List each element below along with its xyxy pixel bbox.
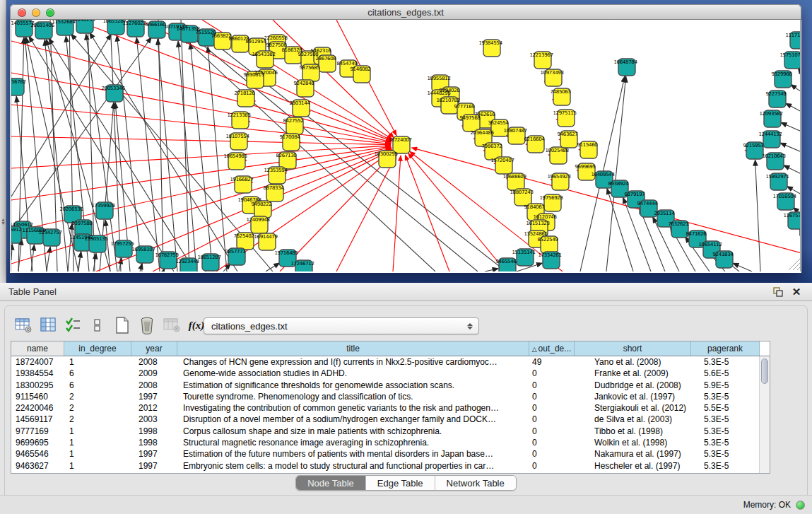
table-cell[interactable]: 22420046 <box>11 402 64 414</box>
select-columns-button[interactable] <box>62 315 83 335</box>
table-cell[interactable]: 2 <box>64 391 131 402</box>
table-cell[interactable]: 0 <box>529 426 575 437</box>
table-row[interactable]: 946554611997Estimation of the future num… <box>11 448 770 460</box>
table-cell[interactable]: Corpus callosum shape and size in male p… <box>177 426 529 437</box>
table-row[interactable]: 946362711997Embryonic stem cells: a mode… <box>11 460 770 472</box>
table-cell[interactable]: 9465546 <box>11 448 64 460</box>
table-cell[interactable]: 9777169 <box>11 426 64 437</box>
table-cell[interactable]: Stergiakouli et al. (2012) <box>575 402 691 414</box>
network-canvas[interactable]: 1403557220691406115326841614829510653287… <box>11 20 801 271</box>
table-cell[interactable]: Structural magnetic resonance image aver… <box>177 437 529 448</box>
table-cell[interactable]: 5.9E-5 <box>691 380 760 391</box>
table-row[interactable]: 1456911722003Disruption of a novel membe… <box>11 414 770 425</box>
citation-network-graph[interactable]: 1403557220691406115326841614829510653287… <box>11 20 801 271</box>
table-cell[interactable]: Yano et al. (2008) <box>575 356 691 368</box>
table-row[interactable]: 1938455462009Genome-wide association stu… <box>11 368 770 379</box>
network-view-window[interactable]: citations_edges.txt 1403557220 <box>10 4 801 273</box>
delete-column-button[interactable] <box>161 315 182 335</box>
column-header-out_de[interactable]: △out_de... <box>529 341 575 356</box>
table-cell[interactable]: 9463627 <box>11 460 64 472</box>
table-settings-button[interactable] <box>13 315 34 335</box>
table-cell[interactable]: 5.3E-5 <box>691 391 760 402</box>
zoom-window-button[interactable] <box>46 8 54 17</box>
table-cell[interactable]: Embryonic stem cells: a model to study s… <box>177 460 529 472</box>
table-cell[interactable]: 18300295 <box>11 380 64 391</box>
table-cell[interactable]: 9699695 <box>11 437 64 448</box>
show-columns-button[interactable] <box>37 315 59 335</box>
table-cell[interactable]: 5.6E-5 <box>691 368 760 379</box>
table-cell[interactable]: 49 <box>529 356 575 368</box>
tab-node-table[interactable]: Node Table <box>296 476 366 490</box>
table-cell[interactable]: 2 <box>64 402 131 414</box>
table-cell[interactable]: 6 <box>64 368 131 379</box>
table-cell[interactable]: 0 <box>529 391 575 402</box>
table-cell[interactable]: 2009 <box>131 368 177 379</box>
table-cell[interactable]: 2008 <box>131 356 177 368</box>
tab-network-table[interactable]: Network Table <box>435 476 516 490</box>
table-cell[interactable]: 0 <box>529 402 575 414</box>
table-cell[interactable]: 0 <box>529 460 575 472</box>
table-cell[interactable]: 18724007 <box>11 356 64 368</box>
table-cell[interactable]: 5.3E-5 <box>691 448 760 460</box>
table-cell[interactable]: 0 <box>529 437 575 448</box>
table-cell[interactable]: 2008 <box>131 380 177 391</box>
column-header-short[interactable]: short <box>575 341 691 356</box>
table-cell[interactable]: 5.3E-5 <box>691 356 760 368</box>
column-header-title[interactable]: title <box>177 341 529 356</box>
table-cell[interactable]: Estimation of the future numbers of pati… <box>177 448 529 460</box>
table-row[interactable]: 2242004622012Investigating the contribut… <box>11 402 770 414</box>
table-cell[interactable]: Franke et al. (2009) <box>575 368 691 379</box>
table-cell[interactable]: Tourette syndrome. Phenomenology and cla… <box>177 391 529 402</box>
table-cell[interactable]: Dudbridge et al. (2008) <box>575 380 691 391</box>
table-cell[interactable]: 0 <box>529 414 575 425</box>
table-cell[interactable]: de Silva et al. (2003) <box>575 414 691 425</box>
table-row[interactable]: 1872400712008Changes of HCN gene express… <box>11 356 770 368</box>
table-cell[interactable]: 2003 <box>131 414 177 425</box>
tab-edge-table[interactable]: Edge Table <box>366 476 435 490</box>
column-header-name[interactable]: name <box>11 341 64 356</box>
table-cell[interactable]: Nakamura et al. (1997) <box>575 448 691 460</box>
table-cell[interactable]: 1 <box>64 356 131 368</box>
table-cell[interactable]: Investigating the contribution of common… <box>177 402 529 414</box>
table-cell[interactable]: 1997 <box>131 391 177 402</box>
minimize-window-button[interactable] <box>32 8 40 17</box>
new-table-button[interactable] <box>112 315 133 335</box>
table-row[interactable]: 911546021997Tourette syndrome. Phenomeno… <box>11 391 770 402</box>
row-height-button[interactable] <box>87 315 108 335</box>
table-select-dropdown[interactable]: citations_edges.txt <box>204 317 479 334</box>
table-cell[interactable]: 2 <box>64 414 131 425</box>
table-cell[interactable]: 1 <box>64 437 131 448</box>
table-cell[interactable]: Jankovic et al. (1997) <box>575 391 691 402</box>
table-cell[interactable]: Disruption of a novel member of a sodium… <box>177 414 529 425</box>
table-cell[interactable]: 1 <box>64 460 131 472</box>
table-cell[interactable]: 5.3E-5 <box>691 426 760 437</box>
column-header-in_degree[interactable]: in_degree <box>64 341 131 356</box>
close-window-button[interactable] <box>18 8 26 17</box>
delete-table-button[interactable] <box>136 315 158 335</box>
table-cell[interactable]: 2012 <box>131 402 177 414</box>
table-cell[interactable]: 1997 <box>131 460 177 472</box>
close-panel-button[interactable]: ✕ <box>789 286 804 298</box>
table-cell[interactable]: Hescheler et al. (1997) <box>575 460 691 472</box>
canvas-resize-grip-icon[interactable] <box>789 259 800 270</box>
table-cell[interactable]: 1998 <box>131 437 177 448</box>
table-cell[interactable]: 0 <box>529 448 575 460</box>
table-cell[interactable]: 5.5E-5 <box>691 402 760 414</box>
table-row[interactable]: 1830029562008Estimation of significance … <box>11 380 770 391</box>
table-cell[interactable]: 1997 <box>131 448 177 460</box>
table-cell[interactable]: 14569117 <box>11 414 64 425</box>
table-cell[interactable]: 1 <box>64 426 131 437</box>
panel-splitter[interactable]: ▲▼ <box>0 0 6 283</box>
table-cell[interactable]: 5.3E-5 <box>691 460 760 472</box>
table-cell[interactable]: 1 <box>64 448 131 460</box>
table-cell[interactable]: 0 <box>529 368 575 379</box>
scrollbar-thumb[interactable] <box>761 358 768 384</box>
column-header-pagerank[interactable]: pagerank <box>691 341 760 356</box>
table-cell[interactable]: 0 <box>529 380 575 391</box>
table-vertical-scrollbar[interactable] <box>759 356 770 473</box>
table-cell[interactable]: 5.3E-5 <box>691 414 760 425</box>
table-cell[interactable]: 5.3E-5 <box>691 437 760 448</box>
table-cell[interactable]: 9115460 <box>11 391 64 402</box>
table-cell[interactable]: Wolkin et al. (1998) <box>575 437 691 448</box>
table-cell[interactable]: 19384554 <box>11 368 64 379</box>
